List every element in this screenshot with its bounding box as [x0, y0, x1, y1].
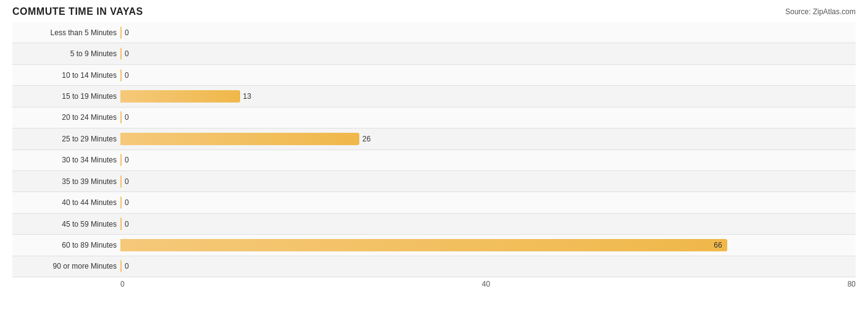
bar-row: 20 to 24 Minutes0 [12, 107, 856, 128]
bar-area: 26 [120, 128, 856, 149]
bar-fill: 0 [120, 27, 122, 39]
bar-area: 13 [120, 86, 856, 106]
bar-row: 5 to 9 Minutes0 [12, 43, 856, 64]
bar-row: 40 to 44 Minutes0 [12, 192, 856, 213]
bar-label: 35 to 39 Minutes [12, 177, 120, 186]
bar-row: 10 to 14 Minutes0 [12, 65, 856, 86]
bar-area: 66 [120, 235, 856, 255]
bar-row: 45 to 59 Minutes0 [12, 214, 856, 235]
bar-row: 25 to 29 Minutes26 [12, 128, 856, 149]
bar-row: 90 or more Minutes0 [12, 256, 856, 277]
bar-label: Less than 5 Minutes [12, 28, 120, 37]
x-tick: 0 [120, 280, 125, 288]
bar-area: 0 [120, 43, 856, 64]
bar-fill: 26 [120, 133, 359, 145]
bar-value: 0 [125, 156, 129, 164]
x-tick: 40 [482, 280, 490, 288]
bar-label: 40 to 44 Minutes [12, 198, 120, 207]
chart-body: Less than 5 Minutes05 to 9 Minutes010 to… [12, 22, 856, 277]
bar-value: 66 [714, 241, 722, 250]
bar-label: 30 to 34 Minutes [12, 156, 120, 164]
bar-label: 45 to 59 Minutes [12, 220, 120, 229]
x-axis: 04080 [12, 280, 856, 288]
bar-value: 26 [362, 135, 370, 143]
chart-title: COMMUTE TIME IN VAYAS [12, 6, 143, 17]
bar-fill: 0 [120, 175, 122, 188]
bar-area: 0 [120, 65, 856, 85]
bar-label: 5 to 9 Minutes [12, 49, 120, 58]
bar-label: 20 to 24 Minutes [12, 113, 120, 122]
bar-row: Less than 5 Minutes0 [12, 22, 856, 43]
bar-area: 0 [120, 22, 856, 43]
bar-row: 15 to 19 Minutes13 [12, 86, 856, 107]
bar-value: 0 [125, 220, 129, 229]
chart-container: COMMUTE TIME IN VAYAS Source: ZipAtlas.c… [0, 0, 868, 323]
bar-value: 0 [125, 198, 129, 207]
bar-area: 0 [120, 214, 856, 234]
bar-fill: 0 [120, 48, 122, 60]
bar-value: 0 [125, 71, 129, 80]
bar-value: 0 [125, 177, 129, 186]
chart-source: Source: ZipAtlas.com [785, 7, 856, 16]
chart-header: COMMUTE TIME IN VAYAS Source: ZipAtlas.c… [12, 6, 856, 17]
bar-fill: 0 [120, 111, 122, 124]
bar-label: 25 to 29 Minutes [12, 135, 120, 143]
bar-label: 15 to 19 Minutes [12, 92, 120, 101]
bar-fill: 0 [120, 260, 122, 272]
bar-fill: 0 [120, 196, 122, 209]
bar-fill: 0 [120, 217, 122, 230]
bar-fill: 13 [120, 90, 240, 103]
bar-label: 90 or more Minutes [12, 262, 120, 271]
bar-area: 0 [120, 192, 856, 212]
bar-value: 0 [125, 49, 129, 58]
bar-value: 0 [125, 28, 129, 37]
bar-row: 30 to 34 Minutes0 [12, 150, 856, 171]
bar-area: 0 [120, 107, 856, 128]
x-tick: 80 [848, 280, 856, 288]
bar-area: 0 [120, 171, 856, 191]
bar-row: 60 to 89 Minutes66 [12, 235, 856, 256]
bar-label: 60 to 89 Minutes [12, 241, 120, 250]
bar-value: 0 [125, 113, 129, 122]
bar-value: 13 [243, 92, 251, 101]
bar-value: 0 [125, 262, 129, 271]
bar-area: 0 [120, 256, 856, 277]
bar-label: 10 to 14 Minutes [12, 71, 120, 80]
bar-area: 0 [120, 150, 856, 170]
bar-fill: 0 [120, 154, 122, 166]
bar-fill: 66 [120, 239, 727, 251]
bar-row: 35 to 39 Minutes0 [12, 171, 856, 192]
bar-fill: 0 [120, 69, 122, 82]
